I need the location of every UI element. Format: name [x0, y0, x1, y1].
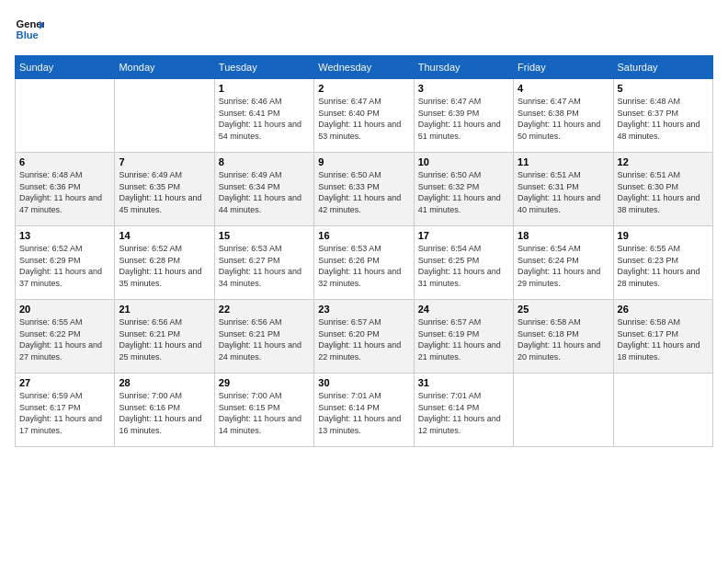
- day-info: Sunrise: 6:51 AM Sunset: 6:31 PM Dayligh…: [518, 169, 609, 215]
- day-info: Sunrise: 6:56 AM Sunset: 6:21 PM Dayligh…: [119, 316, 210, 362]
- day-number: 4: [518, 83, 609, 94]
- day-info: Sunrise: 6:49 AM Sunset: 6:35 PM Dayligh…: [119, 169, 210, 215]
- day-info: Sunrise: 6:53 AM Sunset: 6:27 PM Dayligh…: [219, 243, 310, 289]
- day-number: 7: [119, 156, 210, 167]
- day-info: Sunrise: 6:52 AM Sunset: 6:28 PM Dayligh…: [119, 243, 210, 289]
- weekday-header-cell: Wednesday: [314, 56, 414, 79]
- calendar-day-cell: 2Sunrise: 6:47 AM Sunset: 6:40 PM Daylig…: [314, 79, 414, 153]
- calendar-week-row: 1Sunrise: 6:46 AM Sunset: 6:41 PM Daylig…: [16, 79, 713, 153]
- day-info: Sunrise: 6:51 AM Sunset: 6:30 PM Dayligh…: [618, 169, 709, 215]
- day-info: Sunrise: 6:48 AM Sunset: 6:37 PM Dayligh…: [618, 96, 709, 142]
- day-info: Sunrise: 6:47 AM Sunset: 6:39 PM Dayligh…: [418, 96, 509, 142]
- weekday-header-cell: Friday: [514, 56, 613, 79]
- day-number: 5: [618, 83, 709, 94]
- day-info: Sunrise: 6:53 AM Sunset: 6:26 PM Dayligh…: [318, 243, 409, 289]
- day-info: Sunrise: 6:47 AM Sunset: 6:38 PM Dayligh…: [518, 96, 609, 142]
- day-info: Sunrise: 6:58 AM Sunset: 6:17 PM Dayligh…: [618, 316, 709, 362]
- calendar-day-cell: 29Sunrise: 7:00 AM Sunset: 6:15 PM Dayli…: [214, 373, 313, 447]
- day-number: 26: [618, 304, 709, 315]
- svg-text:Blue: Blue: [17, 29, 39, 40]
- day-info: Sunrise: 6:48 AM Sunset: 6:36 PM Dayligh…: [19, 169, 110, 215]
- calendar-day-cell: 26Sunrise: 6:58 AM Sunset: 6:17 PM Dayli…: [613, 300, 712, 373]
- calendar-day-cell: 7Sunrise: 6:49 AM Sunset: 6:35 PM Daylig…: [115, 153, 214, 226]
- weekday-header-cell: Thursday: [414, 56, 513, 79]
- day-info: Sunrise: 6:57 AM Sunset: 6:20 PM Dayligh…: [318, 316, 409, 362]
- day-info: Sunrise: 6:58 AM Sunset: 6:18 PM Dayligh…: [518, 316, 609, 362]
- day-info: Sunrise: 6:55 AM Sunset: 6:23 PM Dayligh…: [618, 243, 709, 289]
- day-info: Sunrise: 6:49 AM Sunset: 6:34 PM Dayligh…: [219, 169, 310, 215]
- day-number: 2: [318, 83, 409, 94]
- day-info: Sunrise: 7:01 AM Sunset: 6:14 PM Dayligh…: [418, 390, 509, 436]
- calendar-day-cell: 4Sunrise: 6:47 AM Sunset: 6:38 PM Daylig…: [514, 79, 613, 153]
- day-info: Sunrise: 6:46 AM Sunset: 6:41 PM Dayligh…: [219, 96, 310, 142]
- calendar-day-cell: 3Sunrise: 6:47 AM Sunset: 6:39 PM Daylig…: [414, 79, 513, 153]
- calendar-day-cell: 25Sunrise: 6:58 AM Sunset: 6:18 PM Dayli…: [514, 300, 613, 373]
- day-info: Sunrise: 6:50 AM Sunset: 6:33 PM Dayligh…: [318, 169, 409, 215]
- logo-icon: General Blue: [15, 15, 44, 44]
- day-number: 9: [318, 156, 409, 167]
- day-number: 17: [418, 230, 509, 241]
- page-header: General Blue: [15, 15, 713, 44]
- day-number: 11: [518, 156, 609, 167]
- day-info: Sunrise: 6:55 AM Sunset: 6:22 PM Dayligh…: [19, 316, 110, 362]
- calendar-day-cell: 15Sunrise: 6:53 AM Sunset: 6:27 PM Dayli…: [214, 226, 313, 300]
- day-number: 24: [418, 304, 509, 315]
- calendar-table: SundayMondayTuesdayWednesdayThursdayFrid…: [15, 55, 713, 447]
- calendar-day-cell: 1Sunrise: 6:46 AM Sunset: 6:41 PM Daylig…: [214, 79, 313, 153]
- calendar-day-cell: [514, 373, 613, 447]
- calendar-day-cell: 18Sunrise: 6:54 AM Sunset: 6:24 PM Dayli…: [514, 226, 613, 300]
- calendar-day-cell: 9Sunrise: 6:50 AM Sunset: 6:33 PM Daylig…: [314, 153, 414, 226]
- day-number: 18: [518, 230, 609, 241]
- weekday-header-cell: Tuesday: [214, 56, 313, 79]
- calendar-week-row: 20Sunrise: 6:55 AM Sunset: 6:22 PM Dayli…: [16, 300, 713, 373]
- day-info: Sunrise: 6:52 AM Sunset: 6:29 PM Dayligh…: [19, 243, 110, 289]
- calendar-day-cell: 31Sunrise: 7:01 AM Sunset: 6:14 PM Dayli…: [414, 373, 513, 447]
- logo: General Blue: [15, 15, 44, 44]
- day-info: Sunrise: 6:50 AM Sunset: 6:32 PM Dayligh…: [418, 169, 509, 215]
- day-number: 31: [418, 377, 509, 388]
- day-number: 25: [518, 304, 609, 315]
- calendar-day-cell: [613, 373, 712, 447]
- calendar-day-cell: 27Sunrise: 6:59 AM Sunset: 6:17 PM Dayli…: [16, 373, 115, 447]
- day-number: 10: [418, 156, 509, 167]
- day-number: 23: [318, 304, 409, 315]
- calendar-day-cell: 6Sunrise: 6:48 AM Sunset: 6:36 PM Daylig…: [16, 153, 115, 226]
- day-info: Sunrise: 7:00 AM Sunset: 6:16 PM Dayligh…: [119, 390, 210, 436]
- day-info: Sunrise: 7:00 AM Sunset: 6:15 PM Dayligh…: [219, 390, 310, 436]
- calendar-day-cell: 30Sunrise: 7:01 AM Sunset: 6:14 PM Dayli…: [314, 373, 414, 447]
- day-info: Sunrise: 6:57 AM Sunset: 6:19 PM Dayligh…: [418, 316, 509, 362]
- calendar-day-cell: 19Sunrise: 6:55 AM Sunset: 6:23 PM Dayli…: [613, 226, 712, 300]
- day-number: 22: [219, 304, 310, 315]
- day-number: 1: [219, 83, 310, 94]
- day-number: 19: [618, 230, 709, 241]
- day-number: 14: [119, 230, 210, 241]
- calendar-day-cell: 12Sunrise: 6:51 AM Sunset: 6:30 PM Dayli…: [613, 153, 712, 226]
- calendar-day-cell: 23Sunrise: 6:57 AM Sunset: 6:20 PM Dayli…: [314, 300, 414, 373]
- calendar-day-cell: 17Sunrise: 6:54 AM Sunset: 6:25 PM Dayli…: [414, 226, 513, 300]
- day-number: 3: [418, 83, 509, 94]
- weekday-header-cell: Monday: [115, 56, 214, 79]
- calendar-day-cell: 16Sunrise: 6:53 AM Sunset: 6:26 PM Dayli…: [314, 226, 414, 300]
- calendar-day-cell: [16, 79, 115, 153]
- day-number: 6: [19, 156, 110, 167]
- day-number: 13: [19, 230, 110, 241]
- calendar-day-cell: 20Sunrise: 6:55 AM Sunset: 6:22 PM Dayli…: [16, 300, 115, 373]
- day-number: 15: [219, 230, 310, 241]
- day-number: 16: [318, 230, 409, 241]
- calendar-week-row: 13Sunrise: 6:52 AM Sunset: 6:29 PM Dayli…: [16, 226, 713, 300]
- calendar-day-cell: 13Sunrise: 6:52 AM Sunset: 6:29 PM Dayli…: [16, 226, 115, 300]
- weekday-header-cell: Sunday: [16, 56, 115, 79]
- day-number: 20: [19, 304, 110, 315]
- calendar-day-cell: 21Sunrise: 6:56 AM Sunset: 6:21 PM Dayli…: [115, 300, 214, 373]
- day-number: 27: [19, 377, 110, 388]
- day-info: Sunrise: 7:01 AM Sunset: 6:14 PM Dayligh…: [318, 390, 409, 436]
- calendar-day-cell: 8Sunrise: 6:49 AM Sunset: 6:34 PM Daylig…: [214, 153, 313, 226]
- calendar-day-cell: 5Sunrise: 6:48 AM Sunset: 6:37 PM Daylig…: [613, 79, 712, 153]
- day-info: Sunrise: 6:47 AM Sunset: 6:40 PM Dayligh…: [318, 96, 409, 142]
- calendar-body: 1Sunrise: 6:46 AM Sunset: 6:41 PM Daylig…: [16, 79, 713, 447]
- calendar-week-row: 27Sunrise: 6:59 AM Sunset: 6:17 PM Dayli…: [16, 373, 713, 447]
- calendar-day-cell: 11Sunrise: 6:51 AM Sunset: 6:31 PM Dayli…: [514, 153, 613, 226]
- calendar-day-cell: 10Sunrise: 6:50 AM Sunset: 6:32 PM Dayli…: [414, 153, 513, 226]
- day-info: Sunrise: 6:59 AM Sunset: 6:17 PM Dayligh…: [19, 390, 110, 436]
- day-number: 21: [119, 304, 210, 315]
